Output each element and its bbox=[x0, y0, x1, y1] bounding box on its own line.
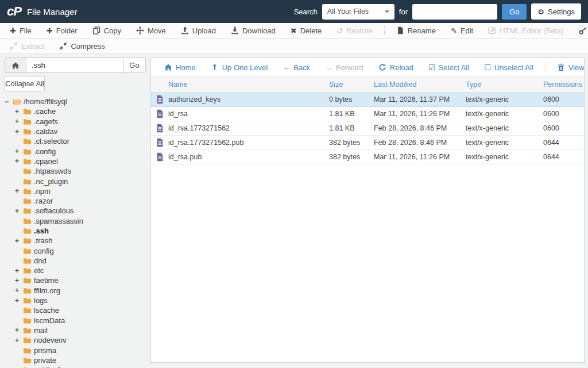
permissions-button[interactable]: Permissions bbox=[571, 26, 588, 35]
tree-item-caldav[interactable]: +.caldav bbox=[5, 126, 146, 136]
tree-item-lscmData[interactable]: lscmData bbox=[5, 316, 146, 325]
column-header-size[interactable]: Size bbox=[329, 80, 374, 89]
tree-item-faetime[interactable]: +faetime bbox=[5, 275, 146, 285]
cell-type: text/x-generic bbox=[466, 124, 543, 132]
move-icon bbox=[136, 26, 144, 34]
tree-item-public-ftp[interactable]: +public_ftp bbox=[5, 365, 146, 368]
download-label: Download bbox=[242, 26, 276, 35]
tree-expander[interactable]: + bbox=[15, 147, 23, 155]
up-one-level-button[interactable]: Up One Level bbox=[203, 63, 276, 72]
file-icon bbox=[156, 109, 164, 118]
gear-icon: ⚙ bbox=[537, 7, 544, 16]
settings-button[interactable]: ⚙ Settings bbox=[531, 3, 581, 20]
unselect-all-button[interactable]: ☐Unselect All bbox=[477, 63, 541, 72]
tree-item-cl-selector[interactable]: .cl.selector bbox=[5, 136, 146, 146]
tree-expander[interactable]: + bbox=[15, 277, 23, 285]
tree-expander[interactable]: + bbox=[15, 297, 23, 305]
tree-item-logs[interactable]: +logs bbox=[5, 296, 146, 305]
toolbar-row2: ExtractCompress bbox=[0, 39, 588, 54]
tree-item-nodevenv[interactable]: +nodevenv bbox=[5, 335, 146, 345]
plus-folder-button[interactable]: ✚Folder bbox=[39, 26, 85, 35]
tree-item-config[interactable]: config bbox=[5, 246, 146, 255]
tree-expander[interactable]: + bbox=[15, 187, 23, 195]
plus-file-button[interactable]: ✚File bbox=[2, 26, 39, 35]
copy-button[interactable]: Copy bbox=[85, 26, 129, 35]
tree-expander[interactable]: + bbox=[15, 117, 23, 125]
folder-icon bbox=[23, 137, 32, 145]
column-header-type[interactable]: Type bbox=[466, 80, 543, 89]
tree-item-trash[interactable]: +.trash bbox=[5, 236, 146, 246]
tree-expander[interactable]: + bbox=[15, 336, 23, 344]
tree-item-label: ffilm.org bbox=[34, 286, 60, 295]
sidebar-home-button[interactable] bbox=[5, 57, 26, 73]
path-bar: Go bbox=[5, 57, 146, 73]
tree-item-razor[interactable]: .razor bbox=[5, 196, 146, 206]
file-cell-icon bbox=[151, 124, 168, 133]
path-go-button[interactable]: Go bbox=[123, 57, 146, 73]
tree-expander[interactable]: + bbox=[15, 108, 23, 116]
tree-item-prisma[interactable]: prisma bbox=[5, 345, 146, 355]
tree-item-ffilm-org[interactable]: +ffilm.org bbox=[5, 286, 146, 296]
tree-item-nc-plugin[interactable]: .nc_plugin bbox=[5, 176, 146, 186]
folder-open-icon bbox=[13, 98, 21, 105]
download-button[interactable]: Download bbox=[223, 26, 283, 35]
path-input[interactable] bbox=[26, 57, 123, 73]
tree-item-home-ffilsyql[interactable]: −/home/ffilsyql bbox=[5, 97, 146, 106]
tree-expander[interactable]: + bbox=[15, 207, 23, 215]
tree-item-mail[interactable]: +mail bbox=[5, 325, 146, 335]
home-button[interactable]: Home bbox=[157, 63, 203, 72]
tree-item-softaculous[interactable]: +.softaculous bbox=[5, 206, 146, 216]
tree-item-lscache[interactable]: lscache bbox=[5, 305, 146, 315]
table-row[interactable]: id_rsa.1773271562.pub382 bytesFeb 28, 20… bbox=[151, 136, 584, 150]
back-icon: ← bbox=[283, 64, 290, 71]
column-header-name[interactable]: Name bbox=[168, 80, 329, 89]
search-input[interactable] bbox=[412, 4, 497, 20]
upload-icon bbox=[181, 26, 189, 34]
tree-expander[interactable]: + bbox=[15, 128, 23, 136]
cell-permissions: 0600 bbox=[543, 110, 584, 118]
tree-item-cagefs[interactable]: +.cagefs bbox=[5, 117, 146, 126]
search-go-button[interactable]: Go bbox=[502, 4, 527, 20]
table-row[interactable]: authorized_keys0 bytesMar 11, 2026, 11:3… bbox=[151, 93, 584, 107]
tree-item-cpanel[interactable]: +.cpanel bbox=[5, 156, 146, 166]
back-button[interactable]: ←Back bbox=[275, 63, 318, 72]
reload-button[interactable]: Reload bbox=[371, 63, 421, 72]
tree-item-label: .spamassassin bbox=[34, 217, 83, 225]
tree-expander[interactable]: + bbox=[15, 366, 23, 368]
table-row[interactable]: id_rsa.17732715621.81 KBFeb 28, 2026, 8:… bbox=[151, 121, 584, 136]
select-all-label: Select All bbox=[439, 63, 469, 72]
rename-button[interactable]: Rename bbox=[389, 26, 443, 35]
column-header-last-modified[interactable]: Last Modified bbox=[374, 80, 466, 89]
tree-item-private[interactable]: private bbox=[5, 355, 146, 365]
table-row[interactable]: id_rsa1.81 KBMar 11, 2026, 11:26 PMtext/… bbox=[151, 107, 584, 121]
column-header-permissions[interactable]: Permissions bbox=[543, 80, 584, 89]
tree-item-npm[interactable]: +.npm bbox=[5, 186, 146, 196]
upload-button[interactable]: Upload bbox=[173, 26, 223, 35]
search-scope-select[interactable]: All Your Files bbox=[322, 4, 394, 20]
tree-expander[interactable]: + bbox=[15, 286, 23, 294]
compress-button[interactable]: Compress bbox=[52, 42, 112, 51]
tree-expander[interactable]: + bbox=[15, 267, 23, 275]
move-button[interactable]: Move bbox=[129, 26, 173, 35]
tree-item-dnd[interactable]: dnd bbox=[5, 256, 146, 266]
table-header: NameSizeLast ModifiedTypePermissions bbox=[151, 77, 584, 93]
tree-expander[interactable]: + bbox=[15, 326, 23, 334]
tree-item-cache[interactable]: +.cache bbox=[5, 106, 146, 116]
tree-item-config[interactable]: +.config bbox=[5, 146, 146, 156]
tree-item-label: prisma bbox=[34, 346, 56, 355]
tree-expander[interactable]: + bbox=[15, 157, 23, 165]
tree-expander[interactable]: − bbox=[5, 98, 13, 106]
tree-item-label: logs bbox=[34, 296, 48, 305]
table-row[interactable]: id_rsa.pub382 bytesMar 11, 2026, 11:26 P… bbox=[151, 150, 584, 164]
file-window-nav: HomeUp One Level←Back→ForwardReload☑Sele… bbox=[151, 58, 584, 77]
tree-item-ssh[interactable]: .ssh bbox=[5, 226, 146, 236]
delete-button[interactable]: ✖Delete bbox=[283, 26, 329, 35]
collapse-all-button[interactable]: Collapse All bbox=[5, 76, 45, 91]
tree-item-htpasswds[interactable]: .htpasswds bbox=[5, 166, 146, 176]
tree-item-spamassassin[interactable]: .spamassassin bbox=[5, 216, 146, 226]
tree-item-etc[interactable]: +etc bbox=[5, 266, 146, 275]
select-all-button[interactable]: ☑Select All bbox=[421, 63, 477, 72]
tree-expander[interactable]: + bbox=[15, 237, 23, 245]
view-trash-button[interactable]: View Trash bbox=[550, 63, 585, 72]
edit-button[interactable]: ✎Edit bbox=[443, 26, 481, 35]
